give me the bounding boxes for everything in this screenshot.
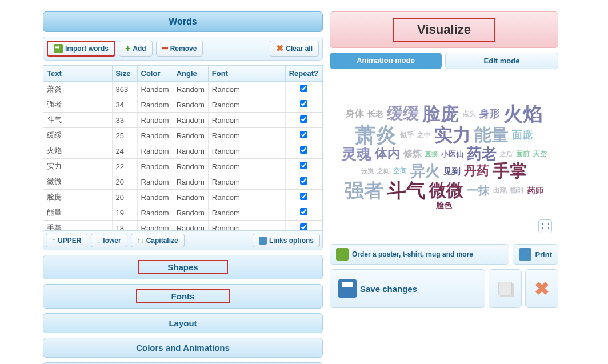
cell-text[interactable]: 能量 (43, 205, 112, 221)
cell-repeat[interactable] (285, 205, 322, 221)
cell-angle[interactable]: Random (173, 82, 208, 97)
repeat-checkbox[interactable] (300, 162, 307, 169)
table-row[interactable]: 斗气33RandomRandomRandom (43, 113, 322, 128)
links-options-button[interactable]: Links options (253, 234, 320, 247)
cell-font[interactable]: Random (208, 113, 285, 128)
cell-color[interactable]: Random (137, 190, 173, 205)
cell-font[interactable]: Random (208, 205, 285, 221)
table-row[interactable]: 微微20RandomRandomRandom (43, 174, 322, 190)
cell-size[interactable]: 19 (112, 205, 137, 221)
copy-button[interactable] (489, 269, 522, 308)
upper-button[interactable]: ↑ UPPER (46, 234, 87, 247)
repeat-checkbox[interactable] (300, 208, 307, 215)
cell-size[interactable]: 34 (112, 97, 137, 113)
word-cloud-canvas[interactable]: 身体长老缓缓脸庞点头身形火焰萧炎似乎之中实力能量面庞灵魂体内修炼直接小医仙药老之… (330, 74, 558, 239)
cell-size[interactable]: 25 (112, 128, 137, 143)
table-row[interactable]: 火焰24RandomRandomRandom (43, 143, 322, 159)
words-table[interactable]: Text Size Color Angle Font Repeat? 萧炎363… (43, 65, 323, 231)
capitalize-button[interactable]: ↑↓ Capitalize (131, 234, 185, 247)
repeat-checkbox[interactable] (300, 100, 307, 107)
cell-text[interactable]: 手掌 (43, 221, 112, 231)
cell-color[interactable]: Random (137, 113, 173, 128)
cell-size[interactable]: 33 (112, 113, 137, 128)
lower-button[interactable]: ↓ lower (91, 234, 127, 247)
cancel-button[interactable]: ✖ (525, 269, 558, 308)
order-button[interactable]: Order a poster, t-shirt, mug and more (330, 244, 509, 265)
col-text[interactable]: Text (43, 66, 112, 82)
cell-size[interactable]: 24 (112, 143, 137, 159)
cell-angle[interactable]: Random (173, 97, 208, 113)
cell-font[interactable]: Random (208, 174, 285, 190)
repeat-checkbox[interactable] (300, 177, 307, 185)
cell-angle[interactable]: Random (173, 190, 208, 205)
layout-section[interactable]: Layout (43, 313, 323, 333)
colors-section[interactable]: Colors and Animations (43, 338, 323, 358)
cell-color[interactable]: Random (137, 128, 173, 143)
cell-repeat[interactable] (285, 82, 322, 97)
cell-text[interactable]: 微微 (43, 174, 112, 190)
cell-size[interactable]: 20 (112, 174, 137, 190)
repeat-checkbox[interactable] (300, 146, 307, 154)
cell-size[interactable]: 363 (112, 82, 137, 97)
cell-angle[interactable]: Random (173, 113, 208, 128)
col-color[interactable]: Color (137, 66, 173, 82)
cell-font[interactable]: Random (208, 82, 285, 97)
cell-repeat[interactable] (285, 221, 322, 231)
add-button[interactable]: + Add (119, 41, 153, 57)
cell-repeat[interactable] (285, 128, 322, 143)
repeat-checkbox[interactable] (300, 85, 307, 92)
col-size[interactable]: Size (112, 66, 137, 82)
clear-all-button[interactable]: ✖ Clear all (270, 41, 319, 57)
cell-color[interactable]: Random (137, 205, 173, 221)
cell-font[interactable]: Random (208, 143, 285, 159)
cell-color[interactable]: Random (137, 159, 173, 174)
col-repeat[interactable]: Repeat? (285, 66, 322, 82)
table-row[interactable]: 手掌18RandomRandomRandom (43, 221, 322, 231)
repeat-checkbox[interactable] (300, 223, 307, 231)
cell-angle[interactable]: Random (173, 221, 208, 231)
cell-text[interactable]: 缓缓 (43, 128, 112, 143)
cell-color[interactable]: Random (137, 143, 173, 159)
cell-repeat[interactable] (285, 113, 322, 128)
cell-font[interactable]: Random (208, 159, 285, 174)
cell-color[interactable]: Random (137, 97, 173, 113)
cell-text[interactable]: 火焰 (43, 143, 112, 159)
cell-angle[interactable]: Random (173, 143, 208, 159)
save-button[interactable]: Save changes (330, 269, 485, 308)
fonts-section[interactable]: Fonts (43, 284, 323, 309)
cell-color[interactable]: Random (137, 82, 173, 97)
repeat-checkbox[interactable] (300, 193, 307, 200)
cell-size[interactable]: 18 (112, 221, 137, 231)
tab-animation-mode[interactable]: Animation mode (330, 53, 442, 69)
cell-repeat[interactable] (285, 159, 322, 174)
table-row[interactable]: 能量19RandomRandomRandom (43, 205, 322, 221)
cell-repeat[interactable] (285, 143, 322, 159)
cell-repeat[interactable] (285, 190, 322, 205)
cell-text[interactable]: 强者 (43, 97, 112, 113)
cell-angle[interactable]: Random (173, 205, 208, 221)
cell-size[interactable]: 20 (112, 190, 137, 205)
cell-text[interactable]: 实力 (43, 159, 112, 174)
table-row[interactable]: 强者34RandomRandomRandom (43, 97, 322, 113)
tab-edit-mode[interactable]: Edit mode (445, 53, 558, 69)
fullscreen-button[interactable]: ⛶ (538, 219, 552, 233)
cell-font[interactable]: Random (208, 190, 285, 205)
import-words-button[interactable]: Import words (47, 41, 115, 57)
visualize-button[interactable]: Visualize (330, 11, 558, 48)
cell-font[interactable]: Random (208, 128, 285, 143)
cell-color[interactable]: Random (137, 221, 173, 231)
cell-repeat[interactable] (285, 174, 322, 190)
cell-font[interactable]: Random (208, 97, 285, 113)
cell-color[interactable]: Random (137, 174, 173, 190)
cell-text[interactable]: 脸庞 (43, 190, 112, 205)
table-row[interactable]: 缓缓25RandomRandomRandom (43, 128, 322, 143)
cell-size[interactable]: 22 (112, 159, 137, 174)
table-row[interactable]: 萧炎363RandomRandomRandom (43, 82, 322, 97)
cell-angle[interactable]: Random (173, 174, 208, 190)
cell-text[interactable]: 萧炎 (43, 82, 112, 97)
cell-angle[interactable]: Random (173, 128, 208, 143)
cell-repeat[interactable] (285, 97, 322, 113)
print-button[interactable]: Print (513, 244, 558, 265)
col-angle[interactable]: Angle (173, 66, 208, 82)
remove-button[interactable]: ━ Remove (156, 41, 203, 57)
